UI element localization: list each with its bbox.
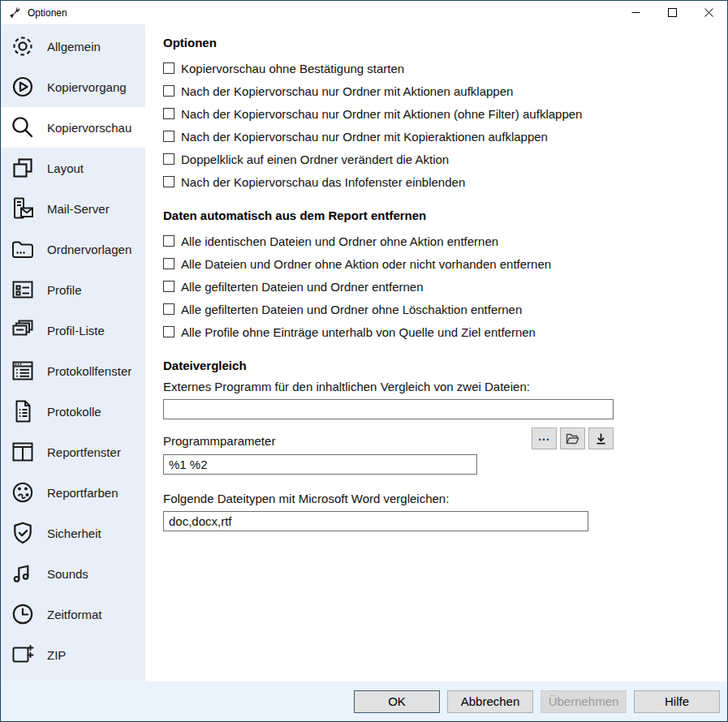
checkbox-row[interactable]: Nach der Kopiervorschau nur Ordner mit A… — [163, 80, 711, 102]
checkbox[interactable] — [163, 153, 174, 165]
sidebar-item-zeitformat[interactable]: Zeitformat — [1, 594, 145, 634]
word-filetypes-input[interactable] — [163, 511, 588, 531]
checkbox[interactable] — [163, 281, 174, 292]
folder-template-icon — [8, 234, 37, 264]
sidebar-item-sounds[interactable]: Sounds — [1, 553, 145, 594]
sidebar-item-label: Kopiervorgang — [47, 80, 127, 94]
checkbox-row[interactable]: Alle identischen Dateien und Ordner ohne… — [163, 230, 711, 252]
help-button[interactable]: Hilfe — [634, 690, 720, 713]
checkbox[interactable] — [163, 62, 174, 74]
sidebar-item-kopiervorgang[interactable]: Kopiervorgang — [1, 67, 145, 107]
sidebar-item-kopiervorschau[interactable]: Kopiervorschau — [1, 107, 145, 148]
maximize-button[interactable] — [654, 1, 691, 24]
open-folder-button[interactable] — [560, 428, 585, 449]
sidebar-item-layout[interactable]: Layout — [1, 148, 145, 188]
checkbox-row[interactable]: Nach der Kopiervorschau das Infofenster … — [163, 170, 711, 193]
checkbox-row[interactable]: Doppelklick auf einen Ordner verändert d… — [163, 148, 711, 170]
sidebar-item-reportfarben[interactable]: Reportfarben — [1, 472, 145, 513]
sidebar-item-label: Sicherheit — [47, 526, 101, 540]
browse-button[interactable]: ... — [532, 428, 557, 449]
sidebar-item-label: Mail-Server — [47, 202, 110, 216]
sidebar-item-profile[interactable]: Profile — [1, 269, 145, 310]
shield-check-icon — [8, 518, 37, 548]
sidebar-item-label: Profile — [47, 283, 82, 297]
cancel-button[interactable]: Abbrechen — [447, 690, 533, 713]
options-window: Optionen Allgemein — [0, 0, 728, 722]
external-program-label: Externes Programm für den inhaltlichen V… — [163, 380, 711, 393]
checkbox-label: Alle identischen Dateien und Ordner ohne… — [181, 234, 498, 248]
window-body: Allgemein Kopiervorgang Kopiervorschau L… — [1, 24, 727, 681]
checkbox[interactable] — [163, 108, 174, 119]
ok-button[interactable]: OK — [354, 690, 440, 713]
sidebar-item-profil-liste[interactable]: Profil-Liste — [1, 310, 145, 350]
checkbox-label: Nach der Kopiervorschau nur Ordner mit A… — [181, 84, 513, 98]
checkbox[interactable] — [163, 258, 174, 269]
external-program-input[interactable] — [163, 399, 614, 419]
zip-folder-icon — [8, 640, 37, 669]
section-title-optionen: Optionen — [163, 36, 711, 49]
sidebar-item-zip[interactable]: ZIP — [1, 634, 145, 675]
program-parameter-input[interactable] — [163, 454, 477, 475]
sidebar-item-label: ZIP — [47, 648, 66, 662]
clock-icon — [8, 600, 37, 629]
checkbox[interactable] — [163, 235, 174, 247]
window-controls — [618, 1, 727, 24]
ellipsis-icon: ... — [538, 432, 550, 441]
checkbox[interactable] — [163, 176, 174, 187]
sidebar-item-label: Zeitformat — [47, 608, 102, 621]
checkbox[interactable] — [163, 303, 174, 315]
checkbox[interactable] — [163, 326, 174, 337]
sidebar-item-label: Allgemein — [47, 40, 101, 54]
play-circle-icon — [8, 72, 37, 101]
sidebar-item-sicherheit[interactable]: Sicherheit — [1, 513, 145, 553]
checkbox-row[interactable]: Alle Profile ohne Einträge unterhalb von… — [163, 320, 711, 343]
sidebar-item-label: Kopiervorschau — [47, 121, 131, 135]
checkbox-label: Alle gefilterten Dateien und Ordner entf… — [181, 280, 424, 294]
report-window-icon — [8, 437, 37, 466]
sidebar-item-label: Protokollfenster — [47, 364, 131, 378]
sidebar-item-protokolle[interactable]: Protokolle — [1, 391, 145, 432]
checkbox[interactable] — [163, 85, 174, 97]
sidebar-item-ordnervorlagen[interactable]: Ordnervorlagen — [1, 229, 145, 269]
sidebar-item-protokollfenster[interactable]: Protokollfenster — [1, 350, 145, 391]
close-button[interactable] — [691, 1, 727, 24]
sidebar-item-label: Ordnervorlagen — [47, 243, 131, 256]
sidebar-item-label: Protokolle — [47, 405, 101, 419]
sidebar-item-reportfenster[interactable]: Reportfenster — [1, 432, 145, 472]
sidebar-item-allgemein[interactable]: Allgemein — [1, 26, 145, 67]
path-tool-buttons: ... — [532, 428, 614, 449]
log-window-icon — [8, 356, 37, 385]
checkbox-label: Doppelklick auf einen Ordner verändert d… — [181, 153, 449, 166]
sidebar-item-mail-server[interactable]: Mail-Server — [1, 188, 145, 229]
program-parameter-label: Programmparameter — [163, 434, 275, 448]
apply-button[interactable]: Übernehmen — [541, 690, 627, 713]
checkbox-row[interactable]: Alle gefilterten Dateien und Ordner entf… — [163, 275, 711, 298]
log-document-icon — [8, 397, 37, 426]
checkbox-label: Alle Profile ohne Einträge unterhalb von… — [181, 325, 536, 339]
layout-squares-icon — [8, 153, 37, 183]
section-title-report: Daten automatisch aus dem Report entfern… — [163, 208, 711, 222]
palette-icon — [8, 478, 37, 507]
gear-icon — [8, 32, 37, 61]
word-filetypes-label: Folgende Dateitypen mit Microsoft Word v… — [163, 492, 711, 505]
insert-default-button[interactable] — [588, 428, 614, 449]
checkbox-row[interactable]: Alle gefilterten Dateien und Ordner ohne… — [163, 298, 711, 320]
magnifier-icon — [8, 113, 37, 142]
sidebar-item-label: Layout — [47, 161, 84, 175]
checkbox-row[interactable]: Kopiervorschau ohne Bestätigung starten — [163, 57, 711, 80]
checkbox-row[interactable]: Nach der Kopiervorschau nur Ordner mit A… — [163, 102, 711, 125]
settings-panel: Optionen Kopiervorschau ohne Bestätigung… — [145, 24, 727, 681]
sidebar-item-label: Sounds — [47, 567, 88, 581]
music-note-icon — [8, 559, 37, 588]
dialog-footer: OK Abbrechen Übernehmen Hilfe — [1, 681, 727, 721]
profile-card-icon — [8, 275, 37, 304]
section-title-dateivergleich: Dateivergleich — [163, 359, 711, 372]
wrench-icon — [8, 6, 21, 19]
window-title: Optionen — [28, 7, 67, 19]
minimize-button[interactable] — [618, 1, 654, 24]
profile-stack-icon — [8, 316, 37, 345]
sidebar: Allgemein Kopiervorgang Kopiervorschau L… — [1, 24, 145, 681]
checkbox[interactable] — [163, 131, 174, 142]
checkbox-row[interactable]: Nach der Kopiervorschau nur Ordner mit K… — [163, 125, 711, 148]
checkbox-row[interactable]: Alle Dateien und Ordner ohne Aktion oder… — [163, 252, 711, 275]
